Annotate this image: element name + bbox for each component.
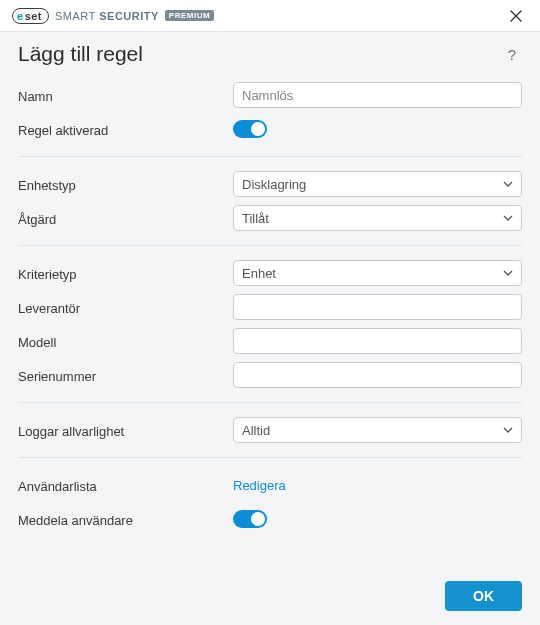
action-select[interactable]: Tillåt	[233, 205, 522, 231]
brand-product: SMART SECURITY	[55, 10, 159, 22]
divider	[18, 156, 522, 157]
model-input[interactable]	[233, 328, 522, 354]
help-icon: ?	[508, 46, 516, 63]
label-device-type: Enhetstyp	[18, 176, 233, 193]
label-model: Modell	[18, 333, 233, 350]
divider	[18, 457, 522, 458]
label-criteria-type: Kriterietyp	[18, 265, 233, 282]
brand-badge: PREMIUM	[165, 10, 214, 21]
action-value: Tillåt	[242, 211, 269, 226]
notify-user-toggle[interactable]	[233, 510, 267, 528]
close-icon	[510, 10, 522, 22]
ok-button[interactable]: OK	[445, 581, 522, 611]
criteria-type-value: Enhet	[242, 266, 276, 281]
close-button[interactable]	[502, 2, 530, 30]
label-action: Åtgärd	[18, 210, 233, 227]
label-vendor: Leverantör	[18, 299, 233, 316]
brand: eesetset SMART SECURITY PREMIUM	[12, 8, 214, 24]
page-title: Lägg till regel	[18, 42, 143, 66]
name-input[interactable]	[233, 82, 522, 108]
label-user-list: Användarlista	[18, 477, 233, 494]
log-severity-value: Alltid	[242, 423, 270, 438]
chevron-down-icon	[503, 268, 513, 278]
chevron-down-icon	[503, 213, 513, 223]
label-serial: Serienummer	[18, 367, 233, 384]
content: Lägg till regel ? Namn Regel aktiverad E…	[0, 32, 540, 534]
user-list-edit-link[interactable]: Redigera	[233, 478, 286, 493]
label-rule-enabled: Regel aktiverad	[18, 121, 233, 138]
divider	[18, 245, 522, 246]
chevron-down-icon	[503, 425, 513, 435]
log-severity-select[interactable]: Alltid	[233, 417, 522, 443]
titlebar: eesetset SMART SECURITY PREMIUM	[0, 0, 540, 32]
divider	[18, 402, 522, 403]
criteria-type-select[interactable]: Enhet	[233, 260, 522, 286]
toggle-knob	[251, 122, 265, 136]
toggle-knob	[251, 512, 265, 526]
brand-logo: eesetset	[12, 8, 49, 24]
chevron-down-icon	[503, 179, 513, 189]
label-name: Namn	[18, 87, 233, 104]
vendor-input[interactable]	[233, 294, 522, 320]
device-type-select[interactable]: Disklagring	[233, 171, 522, 197]
help-button[interactable]: ?	[502, 44, 522, 64]
serial-input[interactable]	[233, 362, 522, 388]
rule-enabled-toggle[interactable]	[233, 120, 267, 138]
label-notify-user: Meddela användare	[18, 511, 233, 528]
footer: OK	[445, 581, 522, 611]
device-type-value: Disklagring	[242, 177, 306, 192]
label-log-severity: Loggar allvarlighet	[18, 422, 233, 439]
